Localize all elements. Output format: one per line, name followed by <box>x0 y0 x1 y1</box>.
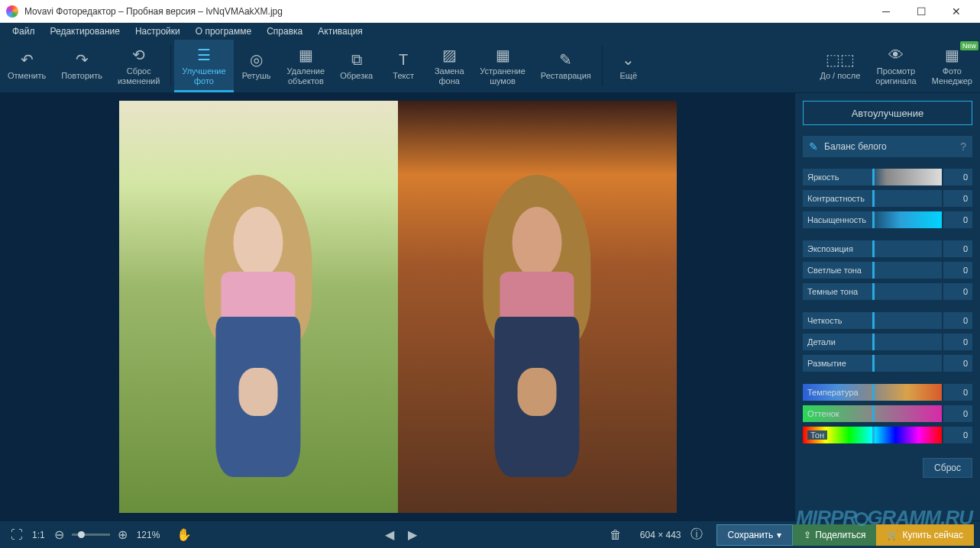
ratio-label[interactable]: 1:1 <box>32 530 45 540</box>
prev-image-button[interactable]: ◀ <box>380 524 399 545</box>
adjustments-panel: Автоулучшение ✎ Баланс белого ? Яркость0… <box>795 93 980 521</box>
brightness-value: 0 <box>943 169 972 185</box>
sliders-icon: ☰ <box>197 47 211 63</box>
contrast-value: 0 <box>943 190 972 207</box>
eyedropper-icon: ✎ <box>809 140 818 153</box>
before-image <box>119 101 398 513</box>
photo-manager-button[interactable]: New▦Фото Менеджер <box>924 40 980 92</box>
cart-icon: 🛒 <box>887 530 898 540</box>
zoom-in-button[interactable]: ⊕ <box>113 524 132 545</box>
canvas-area[interactable] <box>0 93 795 521</box>
panel-reset-button[interactable]: Сброс <box>923 458 972 478</box>
next-image-button[interactable]: ▶ <box>403 524 422 545</box>
restore-icon: ✎ <box>559 51 572 68</box>
enhance-button[interactable]: ☰Улучшение фото <box>174 40 233 92</box>
sharpness-slider[interactable]: Четкость0 <box>803 311 972 330</box>
new-badge: New <box>960 41 978 50</box>
crop-button[interactable]: ⧉Обрезка <box>332 40 380 92</box>
menu-file[interactable]: Файл <box>5 24 43 39</box>
details-value: 0 <box>943 334 972 350</box>
blur-value: 0 <box>943 355 972 372</box>
temperature-slider[interactable]: Температура0 <box>803 383 972 401</box>
background-icon: ▨ <box>442 47 457 63</box>
more-button[interactable]: ⌄Ещё <box>606 40 652 92</box>
text-icon: T <box>399 51 408 68</box>
white-balance-label: Баланс белого <box>824 141 960 152</box>
info-button[interactable]: ⓘ <box>686 524 707 546</box>
delete-button[interactable]: 🗑 <box>605 525 626 545</box>
blur-slider[interactable]: Размытие0 <box>803 354 972 372</box>
compare-icon: ⬚⬚ <box>826 51 855 68</box>
main-toolbar: ↶Отменить ↷Повторить ⟲Сброс изменений ☰У… <box>0 40 980 93</box>
reset-changes-button[interactable]: ⟲Сброс изменений <box>110 40 167 92</box>
save-button[interactable]: Сохранить▾ <box>716 524 794 546</box>
close-button[interactable]: ✕ <box>939 0 974 23</box>
shadows-slider[interactable]: Темные тона0 <box>803 282 972 301</box>
chevron-down-icon: ▾ <box>777 530 781 540</box>
retouch-icon: ◎ <box>250 51 263 68</box>
saturation-value: 0 <box>943 211 972 228</box>
saturation-slider[interactable]: Насыщенность0 <box>803 211 972 229</box>
exposure-value: 0 <box>943 240 972 257</box>
denoise-button[interactable]: ▦Устранение шумов <box>472 40 533 92</box>
redo-button[interactable]: ↷Повторить <box>53 40 110 92</box>
white-balance-row[interactable]: ✎ Баланс белого ? <box>803 136 972 157</box>
photo-compare-view <box>119 101 677 513</box>
help-icon[interactable]: ? <box>960 140 966 153</box>
before-after-button[interactable]: ⬚⬚До / после <box>812 40 868 92</box>
redo-icon: ↷ <box>76 51 89 68</box>
restore-button[interactable]: ✎Реставрация <box>533 40 599 92</box>
reset-icon: ⟲ <box>132 47 145 63</box>
tint-slider[interactable]: Оттенок0 <box>803 405 972 423</box>
zoom-value: 121% <box>137 530 160 540</box>
brightness-slider[interactable]: Яркость0 <box>803 168 972 186</box>
text-button[interactable]: TТекст <box>380 40 426 92</box>
buy-button[interactable]: 🛒Купить сейчас <box>876 524 974 546</box>
exposure-slider[interactable]: Экспозиция0 <box>803 240 972 258</box>
separator <box>170 46 171 86</box>
menu-bar: Файл Редактирование Настройки О программ… <box>0 23 980 40</box>
zoom-slider[interactable] <box>72 533 110 536</box>
view-original-button[interactable]: 👁Просмотр оригинала <box>868 40 923 92</box>
noise-icon: ▦ <box>496 47 510 63</box>
dimensions-label: 604 × 443 <box>640 530 681 540</box>
chevron-down-icon: ⌄ <box>622 51 635 68</box>
maximize-button[interactable]: ☐ <box>904 0 939 23</box>
separator <box>602 46 603 86</box>
tint-value: 0 <box>943 405 972 422</box>
details-slider[interactable]: Детали0 <box>803 333 972 351</box>
hue-value: 0 <box>943 427 972 443</box>
remove-objects-button[interactable]: ▦Удаление объектов <box>280 40 333 92</box>
share-button[interactable]: ⇪Поделиться <box>793 524 876 546</box>
hue-slider[interactable]: Тон0 <box>803 426 972 444</box>
minimize-button[interactable]: ─ <box>868 0 904 23</box>
contrast-slider[interactable]: Контрастность0 <box>803 189 972 208</box>
grid-icon: ▦ <box>945 47 959 63</box>
undo-button[interactable]: ↶Отменить <box>0 40 53 92</box>
sharpness-value: 0 <box>943 312 972 329</box>
highlights-slider[interactable]: Светлые тона0 <box>803 261 972 279</box>
eraser-icon: ▦ <box>299 47 313 63</box>
auto-enhance-button[interactable]: Автоулучшение <box>803 101 972 125</box>
temperature-value: 0 <box>943 384 972 401</box>
menu-help[interactable]: Справка <box>259 24 310 39</box>
zoom-out-button[interactable]: ⊖ <box>50 524 69 545</box>
background-swap-button[interactable]: ▨Замена фона <box>426 40 472 92</box>
app-icon <box>6 5 18 18</box>
share-icon: ⇪ <box>804 530 811 540</box>
fullscreen-button[interactable]: ⛶ <box>6 525 27 545</box>
highlights-value: 0 <box>943 262 972 279</box>
menu-edit[interactable]: Редактирование <box>43 24 128 39</box>
crop-icon: ⧉ <box>351 51 362 68</box>
status-bar: ⛶ 1:1 ⊖ ⊕ 121% ✋ ◀ ▶ 🗑 604 × 443 ⓘ Сохра… <box>0 521 980 548</box>
window-title: Movavi Фоторедактор – Пробная версия – I… <box>24 6 868 17</box>
hand-tool-button[interactable]: ✋ <box>172 524 196 545</box>
menu-about[interactable]: О программе <box>188 24 259 39</box>
undo-icon: ↶ <box>21 51 34 68</box>
shadows-value: 0 <box>943 283 972 300</box>
after-image <box>398 101 677 513</box>
retouch-button[interactable]: ◎Ретушь <box>234 40 280 92</box>
menu-activation[interactable]: Активация <box>310 24 370 39</box>
menu-settings[interactable]: Настройки <box>128 24 188 39</box>
eye-icon: 👁 <box>888 47 904 63</box>
